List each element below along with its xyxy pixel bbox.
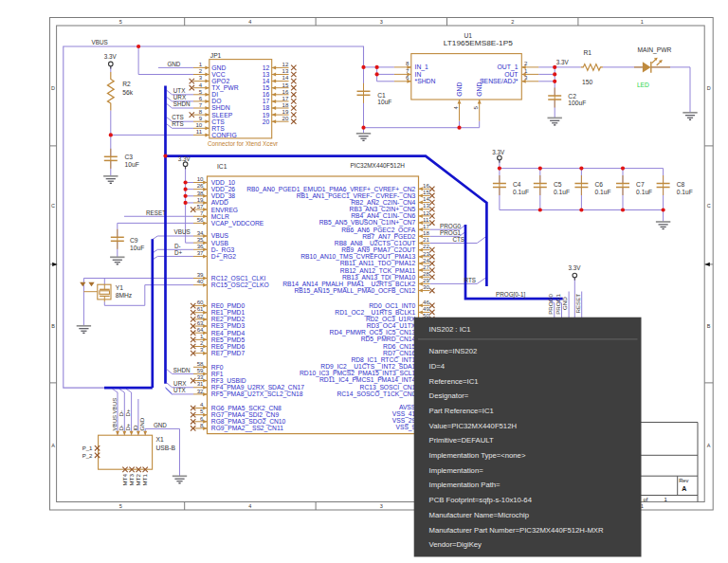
svg-text:36: 36 — [197, 243, 204, 249]
svg-text:2: 2 — [511, 19, 514, 25]
svg-text:12: 12 — [423, 209, 429, 216]
svg-text:100uF: 100uF — [568, 100, 586, 106]
svg-text:Designator=: Designator= — [429, 391, 469, 400]
svg-text:D-: D- — [174, 243, 181, 249]
svg-text:GND: GND — [138, 417, 145, 430]
svg-text:46: 46 — [423, 299, 429, 305]
svg-text:28: 28 — [423, 270, 429, 277]
svg-text:C9: C9 — [130, 237, 138, 244]
svg-text:R2: R2 — [122, 81, 131, 87]
svg-text:4: 4 — [248, 19, 251, 25]
svg-text:15: 15 — [423, 189, 429, 195]
svg-text:SHDN: SHDN — [173, 100, 191, 107]
svg-text:GND: GND — [211, 64, 226, 71]
svg-text:3.3V: 3.3V — [104, 53, 118, 60]
svg-text:17: 17 — [282, 95, 289, 101]
svg-text:RB15_AN15_PMALL_PMA0_OCFB_CN12: RB15_AN15_PMALL_PMA0_OCFB_CN12 — [294, 287, 415, 295]
svg-text:12: 12 — [282, 61, 289, 67]
svg-text:UTX: UTX — [173, 87, 186, 94]
svg-text:D+: D+ — [124, 423, 131, 430]
svg-text:C: C — [51, 203, 55, 209]
svg-text:Implementation Path=: Implementation Path= — [429, 481, 501, 489]
svg-text:21: 21 — [423, 236, 429, 243]
svg-text:D+: D+ — [124, 409, 131, 416]
svg-text:GPO2: GPO2 — [211, 78, 229, 84]
svg-text:RTS: RTS — [211, 125, 225, 132]
svg-text:64: 64 — [197, 326, 204, 333]
svg-text:C3: C3 — [125, 154, 134, 160]
svg-text:24: 24 — [423, 257, 429, 263]
svg-text:11: 11 — [196, 128, 203, 135]
svg-text:CONFIG: CONFIG — [211, 132, 236, 138]
svg-text:34: 34 — [197, 229, 204, 236]
svg-text:AVSS: AVSS — [399, 404, 416, 410]
svg-text:23: 23 — [423, 250, 429, 257]
svg-text:C1: C1 — [377, 92, 386, 99]
svg-text:29: 29 — [423, 277, 429, 283]
svg-text:RF0: RF0 — [211, 364, 224, 371]
svg-text:PROG0: PROG0 — [547, 294, 554, 315]
svg-text:IN: IN — [415, 71, 422, 78]
svg-text:SHDN: SHDN — [173, 367, 191, 373]
svg-text:GND: GND — [167, 61, 180, 67]
svg-text:62: 62 — [197, 313, 204, 319]
svg-text:VBUS: VBUS — [174, 228, 191, 235]
svg-text:C7: C7 — [636, 181, 645, 188]
svg-text:19: 19 — [282, 108, 289, 115]
svg-text:GND_: GND_ — [476, 79, 483, 97]
svg-text:VCAP_VDDCORE: VCAP_VDDCORE — [211, 220, 264, 227]
svg-text:14: 14 — [282, 74, 289, 81]
svg-text:14: 14 — [263, 78, 270, 84]
svg-text:32: 32 — [197, 388, 204, 394]
svg-text:SENSE/ADJ*: SENSE/ADJ* — [480, 78, 519, 84]
svg-text:15: 15 — [263, 84, 270, 91]
svg-text:150: 150 — [582, 79, 592, 85]
svg-text:C6: C6 — [595, 181, 604, 188]
svg-text:Implementation Type=<none>: Implementation Type=<none> — [429, 451, 526, 460]
svg-text:GND: GND — [154, 422, 167, 428]
svg-text:RTS: RTS — [464, 277, 476, 283]
svg-text:56k: 56k — [122, 89, 133, 96]
svg-text:C4: C4 — [513, 181, 521, 188]
svg-text:B: B — [707, 323, 711, 329]
svg-text:58: 58 — [197, 360, 204, 367]
svg-text:39: 39 — [197, 271, 204, 278]
svg-text:C: C — [707, 203, 711, 209]
svg-text:3.3V: 3.3V — [492, 149, 505, 155]
svg-text:D+: D+ — [174, 249, 183, 256]
svg-text:RG9_PMA2__SS2_CN11: RG9_PMA2__SS2_CN11 — [211, 425, 283, 432]
svg-text:Manufacturer Name=Microchip: Manufacturer Name=Microchip — [429, 511, 529, 519]
svg-text:RF5_PMA8_U2TX_SCL2_CN18: RF5_PMA8_U2TX_SCL2_CN18 — [211, 390, 303, 398]
svg-text:VUSB: VUSB — [211, 240, 229, 246]
svg-text:VBUS: VBUS — [111, 415, 118, 431]
svg-text:17: 17 — [423, 223, 429, 229]
svg-text:CTS: CTS — [172, 114, 184, 120]
svg-text:GND: GND — [456, 82, 463, 97]
svg-text:P_2: P_2 — [82, 452, 93, 459]
svg-text:MT4: MT4 — [121, 474, 128, 486]
svg-text:3: 3 — [380, 19, 383, 25]
svg-text:3.3V: 3.3V — [568, 264, 581, 271]
svg-text:OUT: OUT — [504, 71, 518, 78]
svg-text:0.1uF: 0.1uF — [636, 189, 652, 195]
svg-text:RE7_PMD7: RE7_PMD7 — [211, 350, 246, 357]
svg-text:15: 15 — [282, 82, 289, 88]
svg-text:Connector for Xtend Xcevr: Connector for Xtend Xcevr — [208, 140, 278, 147]
svg-text:USB-B: USB-B — [156, 445, 176, 451]
svg-text:JP1: JP1 — [210, 52, 222, 59]
svg-text:12: 12 — [263, 64, 270, 71]
svg-text:SHDN: SHDN — [211, 104, 229, 111]
svg-text:A: A — [707, 443, 711, 448]
svg-text:38: 38 — [197, 190, 204, 196]
svg-text:SLEEP: SLEEP — [211, 112, 232, 118]
svg-text:D+_RG2: D+_RG2 — [211, 253, 236, 261]
svg-text:D-: D- — [118, 410, 124, 417]
svg-text:5: 5 — [472, 106, 479, 110]
svg-text:C2: C2 — [568, 93, 576, 100]
svg-text:INS202 : IC1: INS202 : IC1 — [429, 325, 471, 334]
svg-text:D: D — [51, 85, 55, 91]
svg-text:16: 16 — [282, 88, 289, 95]
svg-text:URX: URX — [173, 380, 187, 387]
svg-text:13: 13 — [282, 67, 289, 74]
svg-text:3: 3 — [380, 503, 383, 509]
